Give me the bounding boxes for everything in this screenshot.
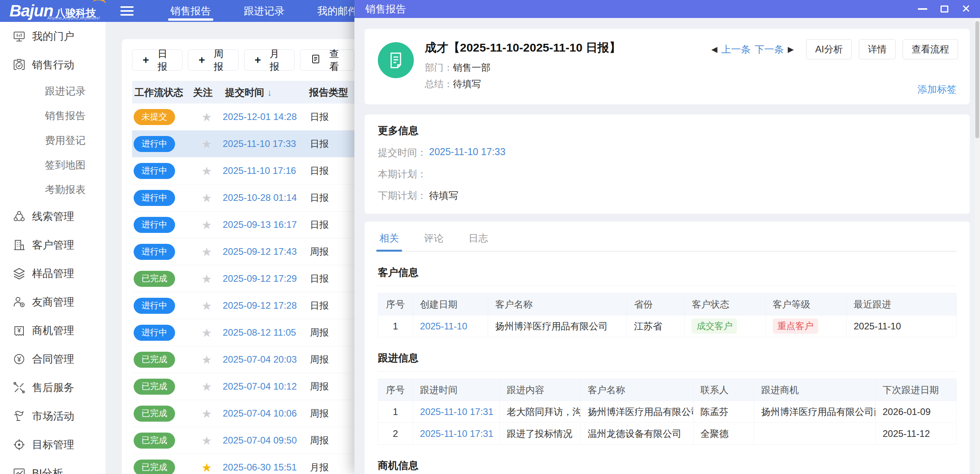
status-badge: 进行中 [134, 136, 175, 152]
related-card: 相关 评论 日志 客户信息 序号 创建日期 客户名称 省份 客户状态 [365, 222, 970, 474]
report-time-link[interactable]: 2025-09-12 17:29 [223, 273, 297, 284]
report-time-link[interactable]: 2025-11-10 17:16 [223, 165, 296, 176]
hamburger-menu-icon[interactable] [113, 0, 141, 22]
dialog-body: 成才【2025-11-10-2025-11-10 日报】 部门：销售一部 总结：… [354, 18, 975, 474]
report-time-link[interactable]: 2025-08-12 11:05 [223, 327, 296, 338]
more-info-card: 更多信息 提交时间： 2025-11-10 17:33 本期计划： 下期计划： … [365, 114, 970, 214]
add-daily-report-button[interactable]: +日报 [132, 49, 182, 71]
star-icon[interactable]: ★ [202, 165, 212, 177]
report-time-link[interactable]: 2025-10-28 01:14 [223, 192, 297, 203]
ai-analysis-button[interactable]: AI分析 [806, 39, 852, 59]
sort-desc-icon[interactable]: ↓ [267, 87, 272, 98]
dept-value: 销售一部 [453, 62, 490, 73]
sidebar-item-label: 目标管理 [32, 438, 74, 452]
follow-time-link[interactable]: 2025-11-10 17:31 [420, 428, 494, 439]
add-tag-link[interactable]: 添加标签 [917, 83, 957, 96]
sidebar-item-leads[interactable]: 线索管理 [0, 202, 106, 231]
dialog-scrollbar[interactable] [975, 18, 980, 474]
sidebar-item-partners[interactable]: 友商管理 [0, 288, 106, 316]
summary-value: 待填写 [453, 79, 481, 89]
star-icon[interactable]: ★ [202, 245, 212, 258]
col-type: 报告类型 [307, 86, 359, 99]
status-badge: 进行中 [134, 325, 175, 341]
sidebar-item-marketing[interactable]: 市场活动 [0, 402, 106, 430]
star-icon[interactable]: ★ [202, 326, 212, 339]
star-icon[interactable]: ★ [202, 434, 212, 447]
sidebar-item-label: 友商管理 [32, 295, 74, 309]
sidebar-subitem-expense[interactable]: 费用登记 [0, 128, 106, 153]
report-time-link[interactable]: 2025-09-12 17:43 [223, 246, 297, 257]
report-time-link[interactable]: 2025-07-04 10:12 [223, 381, 297, 392]
star-icon[interactable]: ★ [202, 138, 212, 150]
report-time-link[interactable]: 2025-09-13 16:17 [223, 219, 297, 230]
dept-label: 部门： [425, 62, 453, 73]
sidebar-item-my-portal[interactable]: 我的门户 [0, 22, 106, 50]
add-monthly-report-button[interactable]: +月报 [244, 49, 295, 71]
user-circle-icon [13, 295, 26, 309]
status-badge: 已完成 [134, 433, 175, 449]
star-icon[interactable]: ★ [202, 111, 212, 123]
minimize-icon[interactable] [918, 8, 927, 10]
sidebar-item-opportunities[interactable]: 商机管理 [0, 316, 106, 345]
tab-logs[interactable]: 日志 [467, 229, 490, 251]
close-icon[interactable]: ✕ [962, 4, 971, 14]
next-arrow-icon[interactable]: ▶ [788, 45, 794, 54]
star-icon[interactable]: ★ [202, 299, 212, 312]
sidebar-subitem-follow-records[interactable]: 跟进记录 [0, 79, 106, 104]
tab-comments[interactable]: 评论 [422, 229, 445, 251]
sidebar-item-label: 我的门户 [32, 29, 74, 43]
follow-time-link[interactable]: 2025-11-10 17:31 [420, 406, 494, 417]
report-time-link[interactable]: 2025-12-01 14:28 [223, 111, 297, 122]
sidebar-item-samples[interactable]: 样品管理 [0, 259, 106, 288]
customer-row: 1 2025-11-10 扬州博洋医疗用品有限公司 江苏省 成交客户 重点客户 … [378, 315, 957, 337]
sidebar-item-sales-action[interactable]: 销售行动 [0, 50, 106, 79]
report-time-link[interactable]: 2025-07-04 20:03 [223, 354, 297, 365]
tab-related[interactable]: 相关 [378, 229, 401, 251]
status-badge: 已完成 [134, 406, 175, 422]
prev-record-link[interactable]: 上一条 [721, 43, 751, 56]
star-icon[interactable]: ★ [202, 407, 212, 420]
sidebar-item-label: 售后服务 [32, 381, 74, 395]
sidebar-item-customers[interactable]: 客户管理 [0, 231, 106, 259]
next-record-link[interactable]: 下一条 [755, 43, 784, 56]
star-icon-active[interactable]: ★ [202, 461, 212, 474]
customer-level-badge: 重点客户 [773, 318, 818, 334]
sidebar-subitem-checkin-map[interactable]: 签到地图 [0, 153, 106, 177]
star-icon[interactable]: ★ [202, 353, 212, 366]
report-document-icon [378, 42, 414, 78]
current-plan-label: 本期计划： [378, 168, 427, 181]
col-time[interactable]: 提交时间↓ [223, 86, 307, 99]
status-badge: 进行中 [134, 298, 175, 314]
next-plan-value: 待填写 [429, 189, 458, 202]
nav-tab-follow-records[interactable]: 跟进记录 [227, 0, 301, 22]
sidebar-subitem-attendance[interactable]: 考勤报表 [0, 177, 106, 202]
prev-arrow-icon[interactable]: ◀ [712, 45, 717, 54]
report-time-link[interactable]: 2025-07-04 09:50 [223, 435, 297, 445]
maximize-icon[interactable] [941, 5, 948, 13]
status-badge: 进行中 [134, 163, 175, 179]
star-icon[interactable]: ★ [202, 218, 212, 231]
add-weekly-report-button[interactable]: +周报 [188, 49, 238, 71]
sidebar-item-bi[interactable]: BI分析 [0, 459, 106, 474]
scrollbar-thumb[interactable] [975, 21, 979, 138]
summary-label: 总结： [425, 79, 453, 89]
star-icon[interactable]: ★ [202, 380, 212, 393]
star-icon[interactable]: ★ [202, 191, 212, 204]
report-time-link[interactable]: 2025-11-10 17:33 [223, 138, 296, 149]
report-time-link[interactable]: 2025-07-04 10:06 [223, 408, 297, 419]
sidebar-item-targets[interactable]: 目标管理 [0, 430, 106, 459]
sidebar-item-label: 销售行动 [32, 58, 74, 72]
report-time-link[interactable]: 2025-09-12 17:28 [223, 300, 297, 311]
view-flow-button[interactable]: 查看流程 [903, 39, 958, 59]
sidebar-item-contracts[interactable]: 合同管理 [0, 345, 106, 373]
customer-date-link[interactable]: 2025-11-10 [420, 321, 467, 331]
nav-tab-sales-report[interactable]: 销售报告 [154, 0, 227, 22]
chart-line-icon [13, 467, 26, 474]
sidebar-subitem-sales-report[interactable]: 销售报告 [0, 104, 106, 128]
view-button[interactable]: 查看 [300, 49, 354, 71]
submit-time-value[interactable]: 2025-11-10 17:33 [429, 146, 506, 159]
report-time-link[interactable]: 2025-06-30 15:51 [223, 462, 297, 472]
sidebar-item-after-sales[interactable]: 售后服务 [0, 373, 106, 402]
detail-button[interactable]: 详情 [859, 39, 896, 59]
star-icon[interactable]: ★ [202, 272, 212, 285]
